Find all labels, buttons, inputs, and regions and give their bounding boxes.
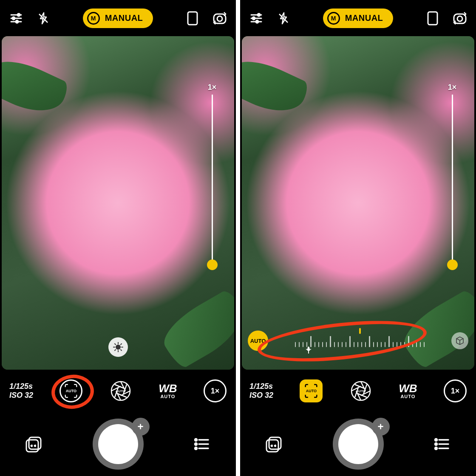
mode-label: MANUAL	[105, 13, 143, 23]
phone-right: M MANUAL 1×	[240, 0, 476, 476]
focus-indicator	[359, 328, 361, 334]
shutter-inner	[338, 424, 378, 464]
mode-pill[interactable]: M MANUAL	[323, 9, 394, 28]
gallery-button[interactable]	[26, 436, 42, 453]
zoom-pill-label: 1×	[211, 387, 220, 396]
menu-list-icon[interactable]	[434, 436, 450, 453]
gallery-button[interactable]	[266, 436, 283, 453]
exposure-info: 1/125s ISO 32	[9, 382, 33, 400]
controls-row: 1/125s ISO 32 AUTO AUTO WB AUTO 1×	[240, 370, 476, 412]
svg-rect-35	[428, 12, 437, 25]
controls-row: 1/125s ISO 32 AUTO AUTO WB AUTO 1×	[0, 370, 236, 412]
mode-label: MANUAL	[345, 13, 383, 23]
shutter-speed: 1/125s	[9, 382, 33, 391]
svg-point-33	[256, 20, 258, 23]
topbar: M MANUAL	[240, 0, 476, 36]
wb-sub: AUTO	[400, 394, 415, 399]
plus-label: +	[137, 421, 143, 433]
shutter-wrap: +	[93, 419, 144, 470]
shutter-plus-button[interactable]: +	[372, 418, 390, 436]
svg-point-37	[457, 16, 462, 21]
svg-line-16	[121, 350, 122, 351]
menu-list-icon[interactable]	[193, 436, 210, 453]
focus-scale[interactable]	[272, 327, 447, 354]
wb-main: WB	[399, 383, 417, 394]
focus-tick-row	[295, 334, 425, 347]
shutter-inner	[98, 424, 138, 464]
wb-sub: AUTO	[160, 394, 175, 399]
flash-off-icon[interactable]	[35, 10, 52, 27]
white-balance-button[interactable]: WB AUTO	[159, 383, 177, 399]
viewfinder[interactable]: 1× AUTO	[242, 36, 474, 370]
switch-camera-icon[interactable]	[451, 10, 468, 27]
aperture-label: AUTO	[116, 389, 126, 393]
aperture-label: AUTO	[356, 389, 366, 393]
svg-rect-7	[188, 12, 197, 25]
zoom-pill-button[interactable]: 1×	[204, 379, 227, 402]
focus-control-button[interactable]: AUTO	[300, 379, 323, 402]
zoom-pill-label: 1×	[451, 387, 460, 396]
svg-point-24	[195, 443, 197, 445]
aspect-icon[interactable]	[184, 10, 201, 27]
focus-control-button[interactable]: AUTO	[60, 379, 82, 402]
white-balance-button[interactable]: WB AUTO	[399, 383, 417, 399]
iso-value: ISO 32	[9, 391, 33, 400]
zoom-slider[interactable]: 1×	[207, 83, 217, 266]
svg-point-42	[435, 439, 437, 441]
svg-point-10	[116, 345, 120, 349]
zoom-track	[452, 94, 453, 266]
svg-point-22	[195, 439, 197, 441]
svg-point-1	[17, 14, 20, 16]
svg-rect-40	[269, 437, 281, 449]
flash-off-icon[interactable]	[275, 10, 292, 27]
zoom-pill-button[interactable]: 1×	[444, 379, 467, 402]
aperture-control-button[interactable]: AUTO	[109, 379, 132, 402]
svg-point-26	[195, 447, 197, 450]
focus-overlay: AUTO	[242, 321, 474, 360]
focus-label: AUTO	[66, 389, 76, 393]
svg-point-5	[16, 20, 18, 23]
phone-left: M MANUAL 1×	[0, 0, 236, 476]
svg-point-31	[252, 17, 255, 20]
svg-line-17	[115, 350, 116, 351]
plus-label: +	[377, 421, 383, 433]
svg-point-3	[12, 17, 15, 20]
svg-line-18	[121, 344, 122, 345]
mode-badge: M	[87, 12, 100, 25]
switch-camera-icon[interactable]	[211, 10, 228, 27]
focus-label: AUTO	[306, 389, 317, 393]
svg-point-9	[217, 16, 222, 21]
iso-value: ISO 32	[249, 391, 273, 400]
zoom-handle[interactable]	[447, 259, 458, 270]
shutter-plus-button[interactable]: +	[132, 418, 150, 436]
focus-auto-chip[interactable]: AUTO	[248, 331, 268, 351]
shutter-row: +	[0, 412, 236, 476]
svg-point-46	[435, 447, 437, 450]
brightness-button[interactable]	[108, 337, 128, 357]
svg-rect-20	[29, 437, 41, 449]
settings-sliders-icon[interactable]	[8, 10, 25, 27]
topbar: M MANUAL	[0, 0, 236, 36]
shutter-row: +	[240, 412, 476, 476]
viewfinder[interactable]: 1×	[2, 36, 234, 370]
svg-point-44	[435, 443, 437, 445]
macro-icon	[304, 345, 313, 356]
svg-point-29	[258, 14, 260, 16]
exposure-info: 1/125s ISO 32	[249, 382, 273, 400]
zoom-label: 1×	[448, 83, 457, 92]
shutter-wrap: +	[333, 419, 384, 470]
settings-sliders-icon[interactable]	[248, 10, 265, 27]
zoom-slider[interactable]: 1×	[447, 83, 457, 266]
zoom-handle[interactable]	[207, 259, 218, 270]
svg-line-15	[115, 344, 116, 345]
aperture-control-button[interactable]: AUTO	[349, 379, 372, 402]
shutter-speed: 1/125s	[249, 382, 273, 391]
aspect-icon[interactable]	[424, 10, 441, 27]
wb-main: WB	[159, 383, 177, 394]
zoom-track	[212, 94, 213, 266]
zoom-label: 1×	[208, 83, 217, 92]
focus-cube-button[interactable]	[451, 332, 468, 349]
mode-pill[interactable]: M MANUAL	[83, 9, 153, 28]
mode-badge: M	[327, 12, 340, 25]
